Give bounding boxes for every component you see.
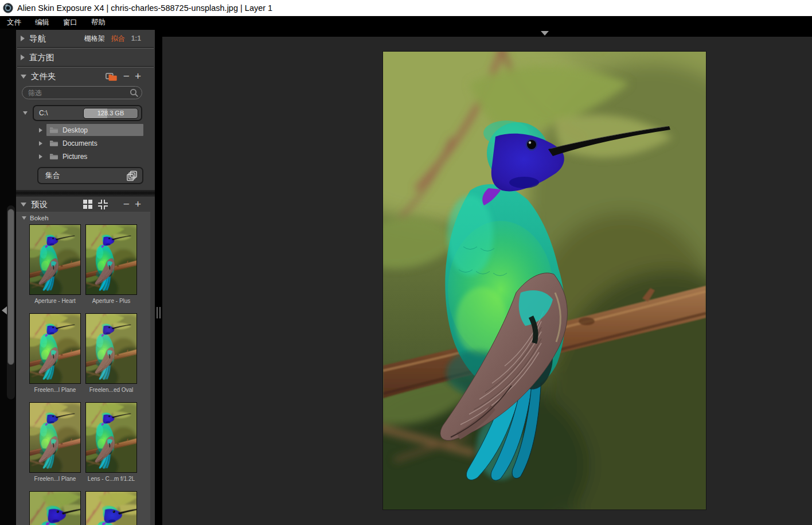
view-mode-grid[interactable]: 棚格架	[84, 34, 105, 44]
add-folder-button[interactable]: +	[135, 72, 141, 80]
preset-thumbnail	[85, 313, 137, 384]
left-rail	[0, 29, 16, 525]
photo-canvas[interactable]	[383, 52, 706, 510]
folder-name: Documents	[63, 139, 97, 147]
add-preset-button[interactable]: +	[135, 200, 141, 208]
presets-panel-title: 预设	[31, 199, 48, 210]
collections-stack-icon	[127, 170, 138, 181]
panel-resize-strip[interactable]	[155, 29, 162, 525]
chevron-down-icon[interactable]	[22, 216, 26, 220]
preset-grid: Aperture - Heart Aperture - Plus Freelen…	[16, 224, 150, 525]
preset-thumbnail	[85, 224, 137, 295]
preset-card[interactable]: Freelen...l Plane	[29, 313, 81, 402]
preset-name: Aperture - Heart	[34, 298, 76, 304]
menu-window[interactable]: 窗口	[61, 17, 80, 29]
collections-label: 集合	[45, 170, 60, 181]
preset-thumbnail	[29, 224, 81, 295]
sidebar: 导航 棚格架 拟合 1:1 直方图 文件夹 − +	[16, 30, 155, 525]
drive-row[interactable]: C:\ 128.3 GB	[16, 103, 155, 122]
folders-panel-title: 文件夹	[31, 71, 56, 82]
collapse-all-icon[interactable]	[97, 199, 108, 210]
search-icon	[130, 88, 138, 97]
chevron-right-icon[interactable]	[39, 154, 42, 159]
preset-name: Freelen...l Plane	[34, 387, 76, 393]
preset-thumbnail	[29, 491, 81, 525]
preset-thumbnail	[29, 402, 81, 473]
folder-search-row	[16, 85, 155, 103]
preset-card-partial[interactable]	[29, 491, 81, 525]
window-title: Alien Skin Exposure X4 | chris-charles-5…	[17, 3, 272, 13]
preset-category-row[interactable]: Bokeh	[16, 212, 150, 224]
view-mode-1to1[interactable]: 1:1	[131, 34, 141, 42]
menu-bar: 文件 编辑 窗口 帮助	[0, 16, 812, 29]
canvas	[162, 29, 812, 525]
folder-name: Pictures	[63, 153, 87, 161]
presets-scrollbar-thumb[interactable]	[7, 209, 14, 365]
chevron-right-icon[interactable]	[21, 55, 25, 60]
menu-file[interactable]: 文件	[5, 17, 24, 29]
grid-view-icon[interactable]	[83, 200, 92, 209]
folder-row-selected[interactable]: Desktop	[46, 124, 143, 136]
collections-button[interactable]: 集合	[37, 167, 143, 184]
add-folder-icon[interactable]	[106, 71, 118, 82]
menu-edit[interactable]: 编辑	[33, 17, 52, 29]
preset-card[interactable]: Aperture - Plus	[85, 224, 137, 313]
presets-list: Bokeh Aperture - Heart Aperture - Plus F…	[16, 212, 150, 525]
chevron-right-icon[interactable]	[21, 36, 25, 41]
view-mode-fit[interactable]: 拟合	[111, 34, 125, 44]
chevron-right-icon[interactable]	[39, 141, 42, 146]
view-mode-group: 棚格架 拟合 1:1	[84, 34, 141, 44]
canvas-top-bar	[162, 29, 812, 37]
preset-name: Freelen...l Plane	[34, 476, 76, 482]
collapse-panel-arrow-icon[interactable]	[2, 306, 7, 314]
resize-grip-icon[interactable]	[157, 307, 161, 318]
hummingbird-image	[383, 52, 706, 510]
histogram-panel-title: 直方图	[29, 52, 54, 63]
preset-thumbnail	[85, 402, 137, 473]
folder-row-body[interactable]: Documents	[46, 137, 143, 149]
panel-header-presets[interactable]: 预设 − +	[16, 197, 155, 212]
workspace: 导航 棚格架 拟合 1:1 直方图 文件夹 − +	[0, 29, 812, 525]
panel-header-folders[interactable]: 文件夹 − +	[16, 68, 155, 85]
folder-icon	[49, 152, 58, 161]
reveal-toolbar-arrow-icon[interactable]	[541, 31, 549, 36]
preset-thumbnail	[29, 313, 81, 384]
folder-icon	[49, 126, 58, 134]
app-icon	[3, 3, 13, 13]
folder-row-pictures[interactable]: Pictures	[39, 150, 143, 163]
drive-capacity-bar: 128.3 GB	[83, 108, 138, 119]
preset-card[interactable]: Lens - C...m f/1.2L	[85, 402, 137, 491]
presets-panel: 预设 − + Bokeh Aperture - Heart	[16, 197, 155, 525]
panel-header-histogram[interactable]: 直方图	[16, 49, 155, 66]
chevron-down-icon[interactable]	[21, 75, 26, 79]
drive-box[interactable]: C:\ 128.3 GB	[33, 105, 142, 121]
drive-name: C:\	[39, 109, 48, 117]
search-input[interactable]	[22, 86, 142, 99]
navigation-panel-title: 导航	[29, 33, 46, 44]
preset-card[interactable]: Freelen...ed Oval	[85, 313, 137, 402]
folder-row-body[interactable]: Pictures	[46, 150, 143, 162]
preset-thumbnail	[85, 491, 137, 525]
title-bar: Alien Skin Exposure X4 | chris-charles-5…	[0, 0, 812, 16]
remove-preset-button[interactable]: −	[123, 200, 130, 208]
preset-category-label: Bokeh	[30, 215, 49, 221]
preset-name: Lens - C...m f/1.2L	[88, 476, 135, 482]
presets-scrollbar-track[interactable]	[7, 205, 15, 399]
folder-name: Desktop	[63, 126, 88, 134]
chevron-right-icon[interactable]	[39, 128, 42, 133]
remove-folder-button[interactable]: −	[123, 72, 130, 80]
preset-card[interactable]: Freelen...l Plane	[29, 402, 81, 491]
preset-name: Aperture - Plus	[92, 298, 131, 304]
folder-row-documents[interactable]: Documents	[39, 137, 143, 150]
preset-name: Freelen...ed Oval	[89, 387, 134, 393]
preset-card[interactable]: Aperture - Heart	[29, 224, 81, 313]
menu-help[interactable]: 帮助	[89, 17, 108, 29]
panel-header-navigation[interactable]: 导航 棚格架 拟合 1:1	[16, 30, 155, 47]
folder-tree: Desktop Documents Pictures	[16, 122, 155, 163]
folder-icon	[49, 139, 58, 147]
preset-card-partial[interactable]	[85, 491, 137, 525]
panel-divider	[16, 190, 155, 197]
chevron-down-icon[interactable]	[21, 203, 26, 207]
chevron-down-icon[interactable]	[23, 111, 28, 115]
folder-row-desktop[interactable]: Desktop	[39, 123, 143, 137]
